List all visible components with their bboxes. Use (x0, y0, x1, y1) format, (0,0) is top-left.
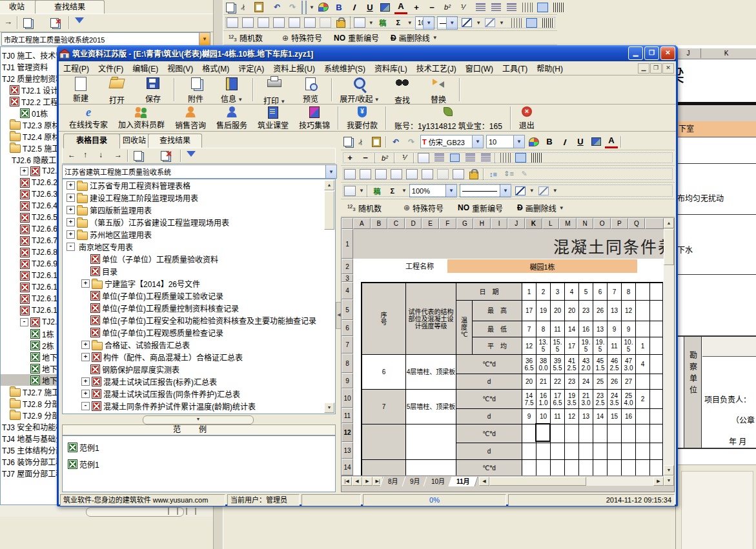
temp-min-cell[interactable]: 8 (536, 321, 551, 337)
table-cell[interactable]: 1 (636, 337, 650, 355)
tree-scroll-down-icon[interactable]: ▼ (324, 403, 334, 413)
insert-image-icon[interactable] (344, 186, 356, 196)
insert-image-icon[interactable] (354, 17, 365, 28)
d-value-cell[interactable]: 10 (536, 409, 551, 424)
row-header-1[interactable]: 1 (342, 229, 353, 259)
col-header-Q[interactable]: Q (628, 218, 646, 229)
avg-label[interactable]: 平 均 (473, 337, 522, 355)
cd-value-cell[interactable]: 366.5 (522, 355, 536, 374)
day-header[interactable]: 5 (579, 283, 593, 301)
menu-视图V[interactable]: 视图(V) (163, 61, 198, 75)
collapse-icon[interactable]: - (66, 243, 75, 251)
menu-技术工艺J[interactable]: 技术工艺(J) (412, 61, 461, 75)
table-cell[interactable] (362, 460, 406, 477)
palette-icon[interactable] (529, 137, 539, 146)
diagonal-line2-icon[interactable] (485, 18, 495, 27)
delete-form-icon[interactable]: × (166, 148, 172, 160)
service-button-我要付款[interactable]: ¥我要付款 (342, 106, 383, 130)
row-header-6[interactable]: 6 (342, 320, 353, 336)
row-header-7[interactable]: 7 (342, 336, 353, 354)
font-color-icon[interactable]: A (394, 1, 407, 14)
d-value-cell[interactable] (565, 443, 579, 460)
diagonal-line2-icon[interactable] (538, 186, 549, 195)
toolbar-button-预览[interactable]: 预览 (292, 76, 329, 104)
renumber-button[interactable]: 重新编号 (472, 203, 503, 214)
corner-cell[interactable] (342, 218, 353, 229)
table-border-icon[interactable] (453, 169, 464, 179)
char-spacing-mid-icon[interactable] (537, 3, 548, 12)
next-sheet-icon[interactable]: ▶ (362, 477, 373, 486)
d-value-cell[interactable]: 11 (551, 409, 565, 424)
filter-icon[interactable] (75, 17, 84, 28)
toolbar-button-附件[interactable]: 附件 (178, 75, 214, 104)
col-header-F[interactable]: F (439, 218, 456, 229)
project-name-cell[interactable]: 樾园1栋 (447, 259, 637, 273)
table-cell[interactable] (650, 321, 663, 337)
cd-value-cell[interactable] (593, 424, 608, 443)
col-header-J[interactable]: J (507, 218, 525, 229)
temp-max-cell[interactable]: 20 (565, 301, 579, 321)
table-cell[interactable] (650, 301, 663, 321)
fill-color-icon[interactable] (591, 137, 601, 146)
temp-max-cell[interactable]: 20 (551, 301, 565, 321)
underline-icon[interactable]: U (574, 136, 587, 148)
copy-icon[interactable] (226, 3, 234, 12)
table-cell[interactable] (636, 443, 650, 460)
day-header[interactable]: 2 (536, 283, 551, 301)
d-label[interactable]: d (456, 443, 522, 460)
expand-icon[interactable]: + (66, 206, 75, 214)
random-number-button[interactable]: 随机数 (358, 203, 382, 214)
align-left-icon[interactable] (476, 3, 485, 12)
service-button-筑业课堂[interactable]: 筑业课堂 (252, 106, 294, 130)
font-color-icon[interactable]: A (605, 135, 618, 148)
table-cell[interactable] (650, 443, 663, 460)
day-header-partial[interactable] (636, 283, 650, 301)
d-label[interactable]: d (456, 374, 522, 390)
tree-item[interactable]: 目录 (63, 265, 335, 277)
superscript-icon[interactable]: b² (441, 1, 454, 13)
bg-col-header-j[interactable]: J (676, 48, 701, 58)
temp-min-cell[interactable]: 13 (593, 321, 608, 337)
toolbar-button-打开[interactable]: 打开 (99, 75, 135, 105)
table-cell[interactable] (636, 424, 650, 443)
menu-资料上报U[interactable]: 资料上报(U) (269, 61, 320, 75)
menu-帮助H[interactable]: 帮助(H) (532, 61, 567, 75)
toolbar-button-替换[interactable]: 替换 (420, 75, 456, 105)
expand-icon[interactable]: + (66, 218, 75, 226)
service-button-销售咨询[interactable]: 销售咨询 (170, 106, 211, 130)
d-value-cell[interactable]: 15 (608, 409, 622, 424)
row-header-14[interactable]: 14 (342, 459, 353, 475)
tree-item[interactable]: +（第五版）江苏省建设工程监理现场用表 (63, 216, 335, 228)
max-label[interactable]: 最 高 (473, 301, 522, 321)
expand-icon[interactable]: + (66, 230, 75, 239)
d-value-cell[interactable]: 21 (536, 374, 551, 390)
cd-value-cell[interactable] (579, 424, 593, 443)
cd-value-cell[interactable]: 395.5 (551, 355, 565, 374)
temp-avg-cell[interactable]: 12 (522, 337, 536, 355)
toolbar-button-信息[interactable]: 信息 ▼ (214, 76, 250, 104)
table-cell[interactable] (650, 390, 663, 409)
col-header-D[interactable]: D (405, 218, 422, 229)
toolbar-button-展开/收起[interactable]: 展开/收起 ▼ (335, 76, 384, 104)
tree-item[interactable]: 单位(子单位)工程观感质量检查记录 (63, 326, 335, 339)
add-document-icon[interactable] (23, 18, 32, 28)
move-down-icon[interactable]: ↓ (99, 150, 103, 159)
service-button-售后服务[interactable]: 售后服务 (211, 106, 252, 130)
expand-icon[interactable]: + (66, 181, 75, 190)
tree-item[interactable]: +第四版新监理用表 (63, 204, 335, 216)
row-header-13[interactable]: 13 (342, 442, 353, 459)
temp-max-cell[interactable]: 12 (622, 301, 636, 321)
temp-min-cell[interactable]: 9 (622, 321, 636, 337)
d-value-cell[interactable]: 27 (622, 374, 636, 390)
temp-avg-cell[interactable]: 19.5 (579, 337, 593, 355)
diagonal-line-icon[interactable] (515, 186, 526, 195)
cd-value-cell[interactable]: 193.5 (565, 390, 579, 409)
service-button-技巧集锦[interactable]: 技巧集锦 (294, 105, 335, 130)
tree-item[interactable]: +宁建监字【2014】26号文件 (63, 277, 335, 290)
tree-item[interactable]: +建设工程施工阶段监理现场用表 (63, 192, 335, 204)
bold-icon[interactable]: B (332, 1, 345, 13)
part-cell[interactable] (406, 424, 456, 460)
temp-min-cell[interactable]: 14 (565, 321, 579, 337)
paste-icon[interactable] (254, 2, 263, 12)
cut-icon[interactable]: ✁ (355, 135, 367, 148)
